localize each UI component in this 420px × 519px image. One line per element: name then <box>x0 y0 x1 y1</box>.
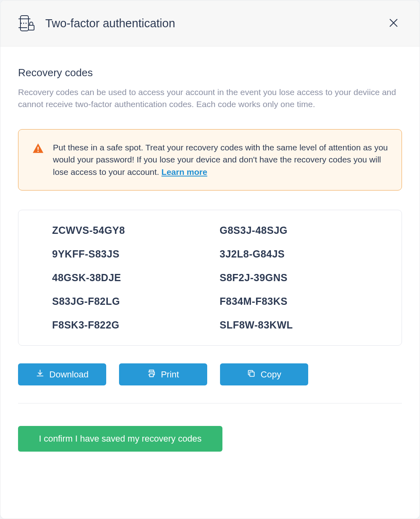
svg-rect-9 <box>38 147 39 150</box>
modal-title: Two-factor authentication <box>45 17 175 30</box>
close-button[interactable] <box>385 14 402 32</box>
confirm-saved-button[interactable]: I confirm I have saved my recovery codes <box>18 426 222 452</box>
svg-point-5 <box>26 23 27 24</box>
close-icon <box>388 18 399 29</box>
download-icon <box>36 369 44 380</box>
copy-button-label: Copy <box>260 369 281 380</box>
svg-rect-12 <box>150 374 153 377</box>
recovery-code: S8F2J-39GNS <box>220 272 368 284</box>
svg-rect-13 <box>250 372 254 376</box>
section-description: Recovery codes can be used to access you… <box>18 86 402 111</box>
warning-text-body: Put these in a safe spot. Treat your rec… <box>53 143 388 176</box>
action-buttons-row: Download Print <box>18 363 402 385</box>
recovery-code: S83JG-F82LG <box>52 296 200 307</box>
modal-header-left: Two-factor authentication <box>18 14 175 32</box>
svg-rect-6 <box>28 25 34 30</box>
divider <box>18 403 402 403</box>
recovery-code: 3J2L8-G84JS <box>220 248 368 260</box>
section-title: Recovery codes <box>18 67 402 79</box>
recovery-code: ZCWVS-54GY8 <box>52 225 200 236</box>
recovery-code: 48GSK-38DJE <box>52 272 200 284</box>
svg-point-3 <box>21 23 22 24</box>
copy-button[interactable]: Copy <box>220 363 308 385</box>
two-factor-device-lock-icon <box>18 14 36 32</box>
svg-point-10 <box>37 150 38 152</box>
learn-more-link[interactable]: Learn more <box>162 167 207 176</box>
recovery-code: F834M-F83KS <box>220 296 368 307</box>
warning-banner: Put these in a safe spot. Treat your rec… <box>18 129 402 191</box>
recovery-code: 9YKFF-S83JS <box>52 248 200 260</box>
print-icon <box>147 369 156 380</box>
recovery-code: G8S3J-48SJG <box>220 225 368 236</box>
download-button-label: Download <box>49 369 89 380</box>
recovery-code: SLF8W-83KWL <box>220 319 368 331</box>
svg-point-4 <box>23 23 24 24</box>
warning-triangle-icon <box>32 142 44 154</box>
two-factor-modal: Two-factor authentication Recovery codes… <box>0 0 420 519</box>
modal-body: Recovery codes Recovery codes can be use… <box>0 47 420 519</box>
print-button-label: Print <box>161 369 179 380</box>
print-button[interactable]: Print <box>119 363 207 385</box>
copy-icon <box>247 369 256 380</box>
download-button[interactable]: Download <box>18 363 106 385</box>
recovery-codes-grid: ZCWVS-54GY8 G8S3J-48SJG 9YKFF-S83JS 3J2L… <box>52 225 368 331</box>
recovery-codes-box: ZCWVS-54GY8 G8S3J-48SJG 9YKFF-S83JS 3J2L… <box>18 210 402 346</box>
recovery-code: F8SK3-F822G <box>52 319 200 331</box>
warning-text: Put these in a safe spot. Treat your rec… <box>53 142 388 178</box>
modal-header: Two-factor authentication <box>0 0 420 47</box>
